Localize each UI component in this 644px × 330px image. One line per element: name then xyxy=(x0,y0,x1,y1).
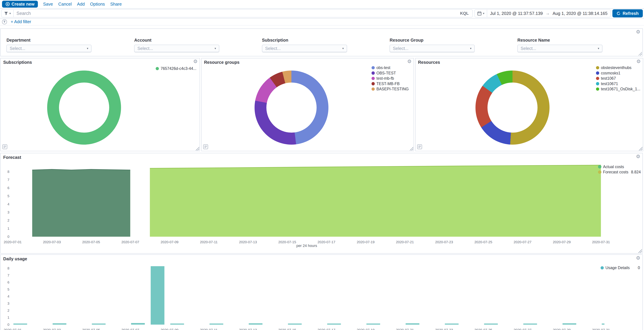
legend-dot xyxy=(596,82,599,85)
chevron-down-icon: ▾ xyxy=(470,47,472,50)
legend-dot xyxy=(600,266,604,269)
save-link[interactable]: Save xyxy=(43,2,53,7)
add-filter-button[interactable]: + Add filter xyxy=(11,19,31,24)
daily-usage-chart[interactable]: 0123456782020-07-012020-07-032020-07-052… xyxy=(1,255,642,330)
panel-resource-groups: Resource groups ⚙ obs-testOBS-TESTtest-m… xyxy=(201,58,414,151)
account-select[interactable]: Select... ▾ xyxy=(134,45,219,52)
saved-query-menu-button[interactable]: ▾ xyxy=(2,10,14,17)
calendar-icon xyxy=(477,11,482,16)
cancel-link[interactable]: Cancel xyxy=(58,2,72,7)
options-link[interactable]: Options xyxy=(90,2,105,7)
panel-title: Resources xyxy=(418,60,440,65)
resize-handle[interactable] xyxy=(410,147,413,151)
legend-item[interactable]: cosmosks1 xyxy=(596,71,640,75)
controls-row: Department Select... ▾ Account Select...… xyxy=(1,29,642,52)
resource-groups-donut-chart[interactable] xyxy=(254,71,328,144)
legend-item[interactable]: test10671 xyxy=(596,82,640,86)
x-axis-tick: 2020-07-09 xyxy=(156,240,184,244)
resize-handle[interactable] xyxy=(638,52,642,56)
panel-options-gear-icon[interactable]: ⚙ xyxy=(193,59,198,64)
date-from[interactable]: Jul 1, 2020 @ 11:37:57.139 xyxy=(487,11,546,16)
resource-name-select[interactable]: Select... ▾ xyxy=(518,45,602,52)
resource-group-select[interactable]: Select... ▾ xyxy=(390,45,475,52)
forecast-chart[interactable]: 0123456782020-07-012020-07-032020-07-052… xyxy=(1,153,642,253)
y-axis-tick: 5 xyxy=(1,287,9,291)
refresh-label: Refresh xyxy=(622,11,638,16)
create-new-button[interactable]: Create new xyxy=(2,1,38,8)
subscription-select[interactable]: Select... ▾ xyxy=(262,45,347,52)
legend-item[interactable]: Usage Details 0 xyxy=(600,266,640,270)
resize-handle[interactable] xyxy=(196,147,199,151)
legend-item[interactable]: test1067 xyxy=(596,76,640,80)
refresh-button[interactable]: Refresh xyxy=(612,9,643,18)
x-axis-tick: 2020-07-23 xyxy=(430,328,458,330)
resize-handle[interactable] xyxy=(638,249,642,253)
chevron-down-icon: ▾ xyxy=(214,47,216,50)
chevron-down-icon: ▾ xyxy=(342,47,344,50)
panel-options-gear-icon[interactable]: ⚙ xyxy=(636,256,640,260)
y-axis-tick: 1 xyxy=(1,315,9,319)
panel-options-gear-icon[interactable]: ⚙ xyxy=(636,154,640,159)
legend-item[interactable]: 7657426d-c4c3-44... xyxy=(156,67,196,71)
y-axis-tick: 0 xyxy=(1,235,9,239)
x-axis-tick: 2020-07-17 xyxy=(312,240,340,244)
legend-label: test-mb-fb xyxy=(376,76,394,81)
control-label: Resource Group xyxy=(390,38,475,43)
resources-donut-chart[interactable] xyxy=(476,71,549,144)
x-axis-tick: 2020-07-27 xyxy=(508,240,536,244)
legend-label: 7657426d-c4c3-44... xyxy=(160,66,196,71)
legend-item[interactable]: Forecast costs 8.824 xyxy=(598,170,641,174)
x-axis-tick: 2020-07-31 xyxy=(587,240,615,244)
bar xyxy=(484,323,498,324)
x-axis-tick: 2020-07-15 xyxy=(273,240,301,244)
y-axis-tick: 6 xyxy=(1,280,9,284)
legend-dot xyxy=(596,77,599,80)
panel-title: Subscriptions xyxy=(3,60,32,65)
bar xyxy=(366,323,380,324)
topnav-links: Save Cancel Add Options Share xyxy=(43,2,122,7)
control-label: Subscription xyxy=(262,38,347,43)
search-input[interactable] xyxy=(14,11,456,16)
x-axis-tick: 2020-07-21 xyxy=(391,240,419,244)
legend-item[interactable]: BASEPI-TESTING xyxy=(372,87,409,91)
area-series xyxy=(150,165,601,237)
query-language-selector[interactable]: KQL xyxy=(460,11,469,16)
add-link[interactable]: Add xyxy=(77,2,85,7)
x-axis-tick: 2020-07-05 xyxy=(77,240,105,244)
calendar-button[interactable]: ▾ xyxy=(475,10,487,17)
bar xyxy=(327,323,341,324)
legend-item[interactable]: obs-test xyxy=(372,66,409,70)
legend-label: test10671 xyxy=(601,82,618,86)
legend-toggle-icon[interactable] xyxy=(203,144,208,149)
legend-item[interactable]: test-mb-fb xyxy=(372,76,409,80)
date-to[interactable]: Aug 1, 2020 @ 11:38:14.165 xyxy=(550,11,610,16)
plus-circle-icon xyxy=(6,2,10,7)
chart-canvas xyxy=(1,255,604,325)
filter-options-icon[interactable] xyxy=(2,19,7,24)
subscriptions-donut-chart[interactable] xyxy=(47,71,121,144)
legend-item[interactable]: obstesteventhubs xyxy=(596,66,640,70)
forecast-legend: Actual costs Forecast costs 8.824 xyxy=(598,165,641,174)
legend-dot xyxy=(598,165,601,168)
date-picker: ▾ Jul 1, 2020 @ 11:37:57.139 → Aug 1, 20… xyxy=(474,9,611,18)
legend-label: OBS-TEST xyxy=(376,71,396,76)
share-link[interactable]: Share xyxy=(110,2,122,7)
legend-toggle-icon[interactable] xyxy=(2,144,7,149)
control-subscription: Subscription Select... ▾ xyxy=(262,38,347,52)
chevron-down-icon: ▾ xyxy=(9,12,11,15)
kibana-dashboard: Create new Save Cancel Add Options Share… xyxy=(0,0,644,330)
resize-handle[interactable] xyxy=(639,147,642,151)
legend-item[interactable]: test10671_OsDisk_1... xyxy=(596,87,640,91)
legend-item[interactable]: Actual costs xyxy=(598,165,641,169)
control-account: Account Select... ▾ xyxy=(134,38,219,52)
department-select[interactable]: Select... ▾ xyxy=(6,45,92,52)
legend-item[interactable]: TEST-MB-FB xyxy=(372,82,409,86)
legend-dot xyxy=(596,71,599,75)
bar xyxy=(151,266,164,324)
legend-toggle-icon[interactable] xyxy=(417,144,422,149)
x-axis-tick: 2020-07-23 xyxy=(430,240,458,244)
legend-item[interactable]: OBS-TEST xyxy=(372,71,409,75)
panel-options-gear-icon[interactable]: ⚙ xyxy=(636,59,641,64)
panel-options-gear-icon[interactable]: ⚙ xyxy=(636,30,640,34)
panel-options-gear-icon[interactable]: ⚙ xyxy=(407,59,412,64)
